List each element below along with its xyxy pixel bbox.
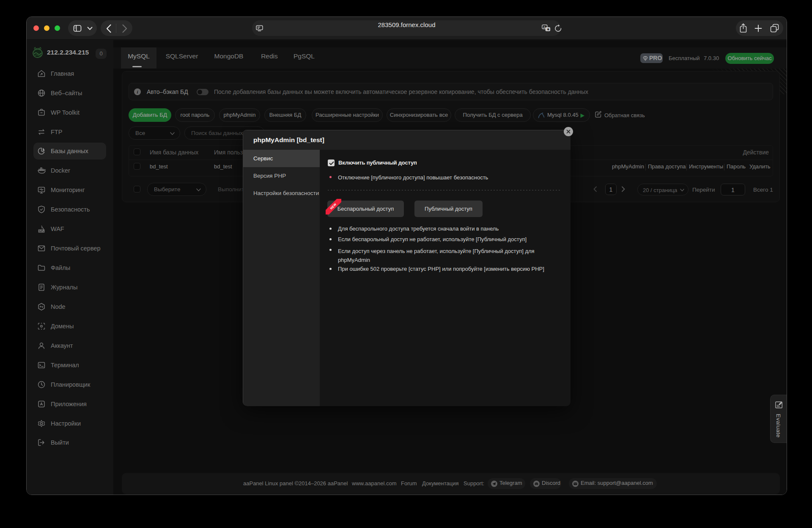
svg-text:✱: ✱ bbox=[547, 28, 549, 31]
svg-text:A: A bbox=[543, 25, 546, 29]
